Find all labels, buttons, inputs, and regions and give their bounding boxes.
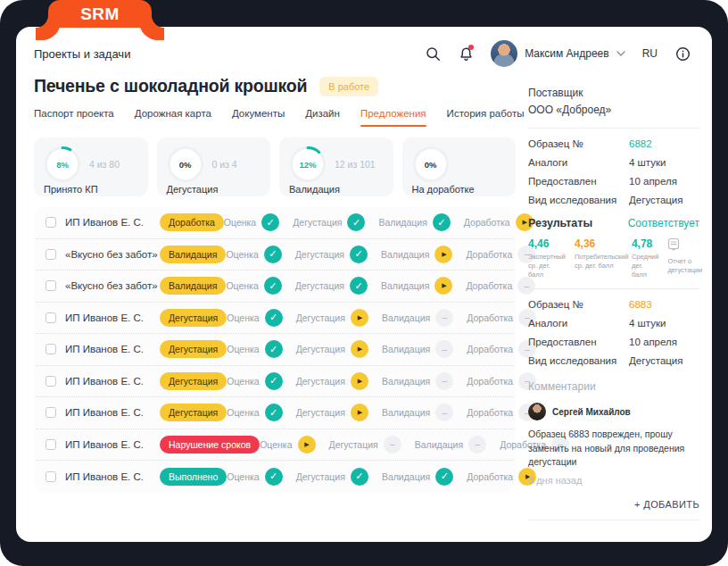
stage-done-icon — [350, 277, 368, 295]
stage-play-icon[interactable] — [298, 436, 316, 454]
stat-card-validation[interactable]: 12% 12 из 101 Валидация — [279, 137, 393, 196]
field-label: Аналоги — [528, 318, 629, 329]
user-menu[interactable]: Максим Андреев — [491, 40, 625, 67]
stat-label: Валидация — [289, 184, 384, 195]
stage-play-icon[interactable] — [351, 372, 368, 390]
divider — [528, 288, 699, 289]
table-row[interactable]: ИП Иванов Е. С. Выполнено Оценка Дегуста… — [36, 461, 514, 493]
stat-count: 0 из 4 — [212, 159, 237, 170]
table-row[interactable]: ИП Иванов Е. С. Дегустация Оценка Дегуст… — [36, 397, 514, 429]
stat-card-tasting[interactable]: 0% 0 из 4 Дегустация — [157, 137, 271, 196]
table-row[interactable]: ИП Иванов Е. С. Нарушение сроков Оценка … — [36, 429, 514, 462]
info-icon[interactable] — [674, 46, 691, 62]
notifications-bell-icon[interactable] — [458, 46, 474, 62]
status-badge: Доработка — [160, 213, 224, 231]
stage-label: Доработка — [464, 217, 510, 228]
stage-done-icon — [265, 468, 283, 486]
field-label: Предоставлен — [528, 337, 629, 347]
brand-tab-srm[interactable]: SRM — [48, 0, 152, 28]
supplier-name: ИП Иванов Е. С. — [65, 344, 160, 354]
table-row[interactable]: «Вкусно без забот» Валидация Оценка Дегу… — [36, 271, 514, 303]
scores-row: 4,46 Экспертный ср. дег. балл 4,36 Потре… — [528, 237, 699, 279]
stats-row: 8% 4 из 80 Принято КП 0% 0 из 4 Дегус — [34, 137, 516, 196]
sample-number-link[interactable]: 6882 — [629, 138, 652, 149]
stage-done-icon — [350, 246, 368, 263]
tab-proposals[interactable]: Предложения — [360, 108, 426, 127]
row-checkbox[interactable] — [46, 471, 56, 482]
row-checkbox[interactable] — [46, 376, 56, 387]
stage-play-icon[interactable] — [351, 309, 368, 327]
add-comment-button[interactable]: + ДОБАВИТЬ — [528, 499, 699, 510]
table-row[interactable]: ИП Иванов Е. С. Дегустация Оценка Дегуст… — [36, 366, 514, 398]
tab-documents[interactable]: Документы — [232, 108, 285, 127]
stage-play-icon[interactable] — [434, 246, 452, 263]
comment-time: 3 дня назад — [528, 475, 699, 486]
table-row[interactable]: «Вкусно без забот» Валидация Оценка Дегу… — [36, 239, 514, 271]
row-checkbox[interactable] — [46, 407, 56, 418]
row-checkbox[interactable] — [46, 280, 56, 291]
stage-play-icon[interactable] — [351, 340, 368, 358]
status-badge: Валидация — [160, 277, 226, 295]
brand-label: SRM — [80, 4, 120, 24]
stat-card-accepted[interactable]: 8% 4 из 80 Принято КП — [34, 137, 148, 196]
search-icon[interactable] — [425, 46, 441, 62]
row-checkbox[interactable] — [46, 217, 56, 228]
tab-design[interactable]: Дизайн — [305, 108, 340, 127]
status-badge: Дегустация — [160, 404, 227, 421]
stage-empty-icon — [435, 404, 453, 421]
field-label: Образец № — [528, 299, 629, 310]
tab-roadmap[interactable]: Дорожная карта — [135, 108, 211, 127]
progress-ring: 8% — [44, 146, 81, 183]
report-document-icon — [667, 237, 680, 251]
field-value: Дегустация — [629, 195, 683, 205]
stage-label: Доработка — [467, 471, 513, 482]
stage-label: Валидация — [381, 249, 429, 260]
divider — [528, 128, 699, 129]
stage-label: Дегустация — [296, 471, 345, 482]
top-bar: Проекты и задачи Максим Андреев RU — [16, 27, 712, 74]
stat-label: Принято КП — [44, 184, 138, 195]
results-title: Результаты — [528, 217, 592, 229]
tab-project-passport[interactable]: Паспорт проекта — [34, 108, 114, 127]
language-switcher[interactable]: RU — [642, 47, 658, 60]
supplier-name: ИП Иванов Е. С. — [65, 376, 160, 387]
field-label: Вид исследования — [528, 195, 629, 205]
stage-label: Оценка — [224, 217, 256, 228]
stage-label: Дегустация — [329, 439, 378, 450]
progress-ring: 0% — [412, 146, 450, 183]
supplier-name: ИП Иванов Е. С. — [65, 217, 160, 228]
stage-done-icon — [435, 468, 453, 486]
table-row[interactable]: ИП Иванов Е. С. Доработка Оценка Дегуста… — [36, 207, 514, 239]
table-row[interactable]: ИП Иванов Е. С. Дегустация Оценка Дегуст… — [36, 334, 514, 366]
stage-label: Оценка — [227, 376, 259, 387]
stage-play-icon[interactable] — [434, 277, 452, 295]
page-breadcrumb: Проекты и задачи — [34, 47, 130, 61]
row-checkbox[interactable] — [46, 439, 56, 450]
stage-label: Оценка — [226, 280, 258, 291]
row-checkbox[interactable] — [46, 249, 56, 260]
sample-number-link[interactable]: 6883 — [629, 299, 652, 310]
field-value: 10 апреля — [629, 337, 677, 347]
row-checkbox[interactable] — [46, 344, 56, 354]
details-sidebar: Поставщик ООО «Доброед» Образец №6882 Ан… — [528, 74, 712, 542]
proposals-table: ИП Иванов Е. С. Доработка Оценка Дегуста… — [34, 207, 516, 493]
stage-label: Валидация — [382, 407, 430, 418]
tab-history[interactable]: История работы — [447, 108, 525, 127]
row-checkbox[interactable] — [46, 312, 56, 323]
stage-play-icon[interactable] — [351, 404, 368, 421]
field-label: Предоставлен — [528, 176, 629, 187]
field-value: 4 штуки — [629, 318, 666, 329]
stage-label: Дегустация — [295, 280, 344, 291]
stat-card-rework[interactable]: 0% На доработке — [402, 137, 517, 196]
stage-label: Дегустация — [293, 217, 342, 228]
score-expert: 4,46 Экспертный ср. дег. балл — [528, 237, 566, 279]
stage-done-icon — [261, 213, 279, 231]
table-row[interactable]: ИП Иванов Е. С. Дегустация Оценка Дегуст… — [36, 303, 514, 335]
stat-count: 12 из 101 — [335, 159, 376, 170]
stage-label: Дегустация — [296, 344, 345, 354]
score-average: 4,78 Средний дег. балл — [632, 237, 659, 279]
project-status-badge: В работе — [319, 77, 378, 96]
stage-done-icon — [265, 404, 283, 421]
stage-label: Дегустация — [296, 407, 345, 418]
tasting-report-link[interactable]: Отчет о дегустации — [667, 237, 702, 279]
